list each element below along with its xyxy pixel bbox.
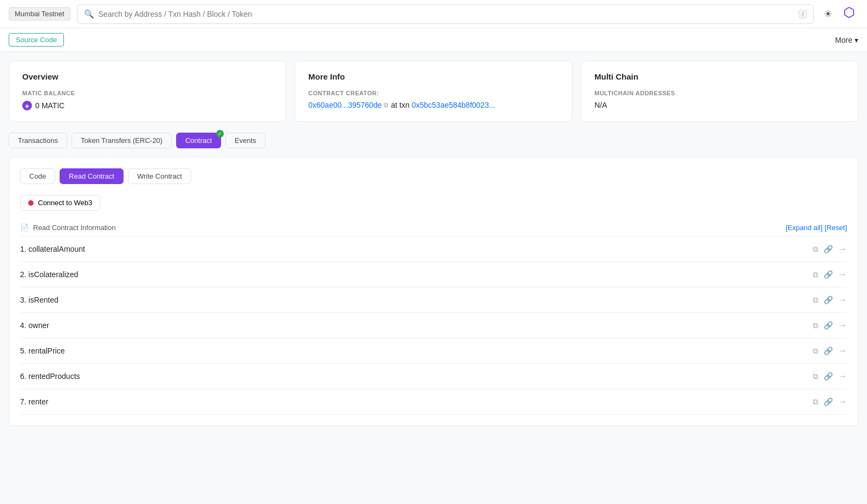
sub-tab-read-contract[interactable]: Read Contract [60, 168, 124, 184]
contract-row[interactable]: 4. owner ⧉ 🔗 → [20, 313, 847, 338]
link-icon-3[interactable]: 🔗 [824, 296, 833, 304]
tab-token-transfers[interactable]: Token Transfers (ERC-20) [72, 133, 172, 148]
contract-verified-badge: ✓ [216, 130, 224, 138]
link-icon-2[interactable]: 🔗 [824, 270, 833, 279]
matic-icon: ◈ [22, 101, 32, 110]
link-icon-7[interactable]: 🔗 [824, 397, 833, 406]
top-nav: Mumbai Testnet 🔍 / ☀ [0, 0, 867, 28]
row-name-4: 4. owner [20, 321, 49, 330]
network-badge[interactable]: Mumbai Testnet [9, 7, 70, 21]
sub-nav: Source Code More ▾ [0, 28, 867, 52]
copy-icon-6[interactable]: ⧉ [813, 372, 818, 381]
multi-chain-title: Multi Chain [594, 72, 845, 81]
more-info-card: More Info CONTRACT CREATOR: 0x60ae00...3… [295, 61, 572, 122]
tab-contract[interactable]: Contract ✓ [176, 133, 221, 148]
row-name-6: 6. rentedProducts [20, 372, 80, 381]
theme-toggle-button[interactable]: ☀ [820, 5, 836, 23]
creator-address-link[interactable]: 0x60ae00...395760de [308, 101, 381, 109]
copy-icon-3[interactable]: ⧉ [813, 296, 818, 305]
disconnected-dot [28, 200, 34, 206]
arrow-icon-3[interactable]: → [838, 295, 847, 305]
row-num-1: 1 [20, 245, 24, 253]
more-info-title: More Info [308, 72, 559, 81]
contract-panel: Code Read Contract Write Contract Connec… [9, 157, 858, 426]
copy-icon-4[interactable]: ⧉ [813, 321, 818, 330]
row-2-actions: ⧉ 🔗 → [813, 270, 847, 279]
wallet-button[interactable] [840, 3, 858, 24]
overview-card: Overview MATIC BALANCE ◈ 0 MATIC [9, 61, 286, 122]
tab-transactions[interactable]: Transactions [9, 133, 67, 148]
matic-value-text: 0 MATIC [35, 101, 64, 110]
contract-sub-tabs: Code Read Contract Write Contract [20, 168, 847, 184]
arrow-icon-6[interactable]: → [838, 371, 847, 381]
more-label: More [835, 36, 852, 44]
contract-info-text: Read Contract Information [33, 224, 115, 232]
connect-web3-label: Connect to Web3 [38, 199, 92, 207]
row-name-1: 1. collateralAmount [20, 245, 85, 253]
contract-row[interactable]: 1. collateralAmount ⧉ 🔗 → [20, 237, 847, 262]
row-name-7: 7. renter [20, 397, 48, 406]
contract-info-header: 📄 Read Contract Information [Expand all]… [20, 219, 847, 237]
sub-tab-write-contract[interactable]: Write Contract [128, 168, 191, 184]
copy-icon-2[interactable]: ⧉ [813, 270, 818, 279]
contract-info-label: 📄 Read Contract Information [20, 224, 115, 232]
file-icon: 📄 [20, 224, 29, 232]
contract-row[interactable]: 3. isRented ⧉ 🔗 → [20, 287, 847, 313]
matic-balance-label: MATIC BALANCE [22, 90, 273, 96]
link-icon-5[interactable]: 🔗 [824, 346, 833, 355]
row-4-actions: ⧉ 🔗 → [813, 320, 847, 330]
contract-row[interactable]: 7. renter ⧉ 🔗 → [20, 389, 847, 415]
row-3-actions: ⧉ 🔗 → [813, 295, 847, 305]
copy-icon-5[interactable]: ⧉ [813, 346, 818, 356]
search-icon: 🔍 [84, 9, 94, 19]
link-icon-1[interactable]: 🔗 [824, 245, 833, 253]
chevron-down-icon: ▾ [855, 36, 858, 44]
contract-rows-list: 1. collateralAmount ⧉ 🔗 → 2. isColateral… [20, 237, 847, 415]
expand-all-link[interactable]: [Expand all] [786, 224, 823, 232]
tab-events[interactable]: Events [225, 133, 266, 148]
contract-row[interactable]: 2. isColateralized ⧉ 🔗 → [20, 262, 847, 287]
matic-balance-value: ◈ 0 MATIC [22, 101, 273, 110]
row-name-2: 2. isColateralized [20, 270, 78, 279]
connect-web3-button[interactable]: Connect to Web3 [20, 195, 100, 211]
arrow-icon-4[interactable]: → [838, 320, 847, 330]
arrow-icon-1[interactable]: → [838, 244, 847, 254]
multi-chain-card: Multi Chain MULTICHAIN ADDRESSES N/A [581, 61, 858, 122]
row-1-actions: ⧉ 🔗 → [813, 244, 847, 254]
multichain-label: MULTICHAIN ADDRESSES [594, 90, 845, 96]
arrow-icon-5[interactable]: → [838, 346, 847, 356]
nav-icons: ☀ [820, 3, 858, 24]
row-name-3: 3. isRented [20, 296, 59, 304]
arrow-icon-2[interactable]: → [838, 270, 847, 279]
row-7-actions: ⧉ 🔗 → [813, 397, 847, 407]
contract-creator-value: 0x60ae00...395760de ⧉ at txn 0x5bc53ae58… [308, 101, 559, 109]
txn-hash-link[interactable]: 0x5bc53ae584b8f0023... [412, 101, 495, 109]
contract-row[interactable]: 5. rentalPrice ⧉ 🔗 → [20, 338, 847, 364]
multichain-value: N/A [594, 101, 845, 109]
search-bar: 🔍 / [77, 4, 814, 24]
search-input[interactable] [99, 10, 794, 18]
at-txn-text: at txn [391, 101, 409, 109]
search-kbd: / [799, 10, 807, 18]
overview-title: Overview [22, 72, 273, 81]
sub-tab-code[interactable]: Code [20, 168, 55, 184]
main-tabs: Transactions Token Transfers (ERC-20) Co… [9, 133, 858, 148]
link-icon-6[interactable]: 🔗 [824, 372, 833, 381]
row-name-5: 5. rentalPrice [20, 346, 65, 355]
copy-icon-7[interactable]: ⧉ [813, 397, 818, 407]
copy-icon-1[interactable]: ⧉ [813, 245, 818, 254]
main-content: Overview MATIC BALANCE ◈ 0 MATIC More In… [0, 52, 867, 435]
reset-link[interactable]: [Reset] [825, 224, 847, 232]
arrow-icon-7[interactable]: → [838, 397, 847, 407]
row-6-actions: ⧉ 🔗 → [813, 371, 847, 381]
contract-creator-label: CONTRACT CREATOR: [308, 90, 559, 96]
cards-row: Overview MATIC BALANCE ◈ 0 MATIC More In… [9, 61, 858, 122]
link-icon-4[interactable]: 🔗 [824, 321, 833, 330]
row-5-actions: ⧉ 🔗 → [813, 346, 847, 356]
expand-reset-controls: [Expand all] [Reset] [786, 224, 847, 232]
copy-creator-icon[interactable]: ⧉ [384, 101, 389, 109]
source-code-button[interactable]: Source Code [9, 33, 64, 47]
more-button[interactable]: More ▾ [835, 36, 858, 44]
contract-row[interactable]: 6. rentedProducts ⧉ 🔗 → [20, 364, 847, 389]
